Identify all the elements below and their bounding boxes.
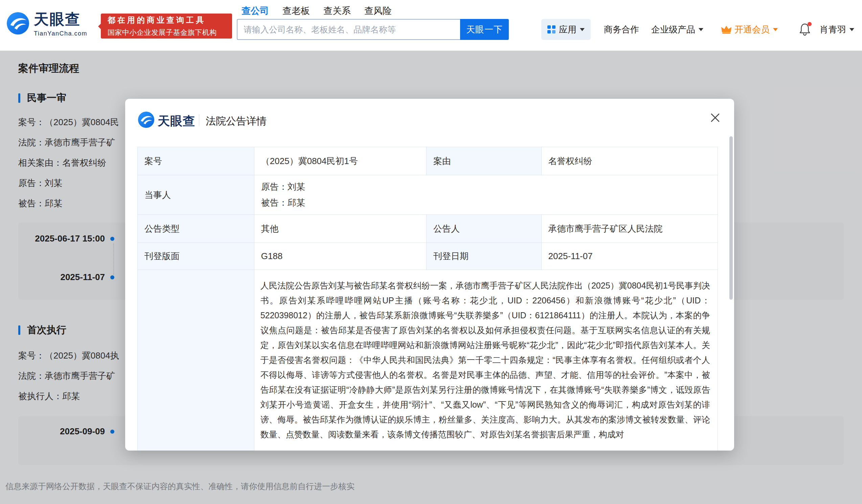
value-cause: 名誉权纠纷 (541, 147, 718, 175)
brand-text: 天眼查 TianYanCha.com (34, 10, 87, 37)
label-page-edition: 刊登版面 (138, 243, 254, 270)
tianyancha-logo-icon (7, 12, 29, 35)
value-announcer: 承德市鹰手营子矿区人民法院 (541, 215, 718, 243)
apps-menu-label: 应用 (559, 24, 576, 36)
tab-search-relation[interactable]: 查关系 (322, 3, 352, 21)
label-parties: 当事人 (138, 175, 254, 215)
search-input[interactable] (237, 19, 460, 40)
nav-vip-label: 开通会员 (734, 24, 770, 36)
search-bar: 天眼一下 (237, 19, 509, 40)
value-case-number: （2025）冀0804民初1号 (254, 147, 427, 175)
nav-enterprise-products[interactable]: 企业级产品 (651, 24, 703, 36)
nav-business-cooperation[interactable]: 商务合作 (604, 24, 639, 36)
username: 肖青羽 (820, 24, 846, 36)
chevron-down-icon (773, 28, 778, 31)
promo-line-1: 都在用的商业查询工具 (108, 15, 232, 25)
chevron-down-icon (698, 28, 703, 31)
notification-badge (808, 22, 812, 26)
modal-header: 天眼查 法院公告详情 (125, 99, 734, 147)
user-menu[interactable]: 肖青羽 (820, 24, 854, 36)
notifications-button[interactable] (799, 23, 811, 36)
label-case-number: 案号 (138, 147, 254, 175)
search-button[interactable]: 天眼一下 (460, 19, 509, 40)
modal-title: 法院公告详情 (206, 114, 266, 128)
label-cause: 案由 (427, 147, 541, 175)
promo-line-2: 国家中小企业发展子基金旗下机构 (108, 28, 232, 37)
header-nav: 应用 商务合作 企业级产品 开通会员 肖青羽 (541, 19, 854, 40)
party-defendant: 被告：邱某 (261, 197, 305, 209)
table-row: 当事人 原告：刘某 被告：邱某 (138, 175, 718, 215)
brand-name: 天眼查 (34, 10, 87, 29)
table-row: 人民法院公告原告刘某与被告邱某名誉权纠纷一案，承德市鹰手营子矿区人民法院作出（2… (138, 270, 718, 451)
crown-icon (721, 25, 732, 34)
announcement-table: 案号 （2025）冀0804民初1号 案由 名誉权纠纷 当事人 原告：刘某 被告… (138, 147, 718, 451)
label-content-empty (138, 270, 254, 451)
label-publish-date: 刊登日期 (427, 243, 541, 270)
tab-search-risk[interactable]: 查风险 (363, 3, 393, 21)
label-announcer: 公告人 (427, 215, 541, 243)
apps-grid-icon (547, 25, 556, 34)
chevron-down-icon (849, 28, 854, 31)
table-row: 公告类型 其他 公告人 承德市鹰手营子矿区人民法院 (138, 215, 718, 243)
modal-scrollbar[interactable] (729, 136, 733, 300)
nav-enterprise-label: 企业级产品 (651, 24, 695, 36)
table-row: 案号 （2025）冀0804民初1号 案由 名誉权纠纷 (138, 147, 718, 175)
value-page-edition: G188 (254, 243, 427, 270)
close-icon[interactable] (708, 111, 722, 124)
promo-banner: 都在用的商业查询工具 国家中小企业发展子基金旗下机构 (101, 14, 232, 39)
value-publish-date: 2025-11-07 (541, 243, 718, 270)
brand-domain: TianYanCha.com (34, 30, 87, 37)
table-row: 刊登版面 G188 刊登日期 2025-11-07 (138, 243, 718, 270)
top-header: 天眼查 TianYanCha.com 都在用的商业查询工具 国家中小企业发展子基… (0, 0, 862, 51)
nav-open-vip[interactable]: 开通会员 (721, 24, 778, 36)
value-announcement-type: 其他 (254, 215, 427, 243)
tianyancha-logo[interactable]: 天眼查 TianYanCha.com (7, 10, 87, 37)
modal-brand-name: 天眼查 (158, 113, 195, 130)
court-announcement-modal: 天眼查 法院公告详情 案号 （2025）冀0804民初1号 案由 名誉权纠纷 当… (125, 99, 734, 451)
label-announcement-type: 公告类型 (138, 215, 254, 243)
tab-search-boss[interactable]: 查老板 (281, 3, 311, 21)
party-plaintiff: 原告：刘某 (261, 181, 305, 193)
search-tabs: 查公司 查老板 查关系 查风险 (240, 3, 393, 21)
divider (199, 114, 199, 126)
chevron-down-icon (580, 28, 585, 31)
announcement-content: 人民法院公告原告刘某与被告邱某名誉权纠纷一案，承德市鹰手营子矿区人民法院作出（2… (254, 270, 718, 451)
value-parties: 原告：刘某 被告：邱某 (254, 175, 718, 215)
apps-menu-button[interactable]: 应用 (541, 19, 591, 40)
tab-search-company[interactable]: 查公司 (240, 3, 270, 21)
tianyancha-logo-icon (138, 111, 154, 128)
